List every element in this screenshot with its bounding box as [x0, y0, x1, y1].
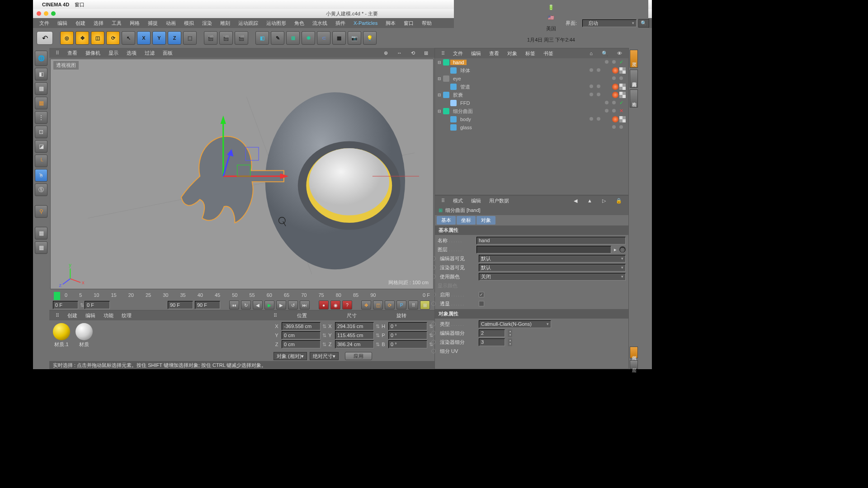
record-button[interactable]: ● — [319, 300, 329, 310]
frame-current-field[interactable]: 0 F — [85, 301, 110, 309]
om-edit[interactable]: 编辑 — [467, 49, 485, 58]
menu-select[interactable]: 选择 — [90, 19, 107, 28]
am-edit[interactable]: 编辑 — [467, 197, 485, 205]
layer-target-icon[interactable]: ◎ — [619, 246, 626, 253]
pen-button[interactable]: ✎ — [271, 31, 284, 45]
vis-toggle2[interactable] — [612, 59, 618, 66]
scale-button[interactable]: ◫ — [91, 31, 104, 45]
vp-options[interactable]: 选项 — [123, 49, 140, 57]
axis-x-button[interactable]: X — [137, 31, 151, 45]
tex-tag[interactable] — [619, 67, 626, 74]
array-button[interactable]: ❋ — [302, 31, 315, 45]
menu-window[interactable]: 窗口 — [75, 1, 85, 8]
tree-row[interactable]: ⊟eye — [435, 75, 628, 83]
perspective-viewport[interactable]: 透视视图 — [50, 59, 434, 289]
vis-toggle2[interactable] — [619, 124, 626, 131]
vis-toggle2[interactable] — [597, 67, 603, 74]
key-rot-button[interactable]: ⟳ — [385, 300, 395, 310]
planar-wp-button[interactable]: ▦ — [35, 227, 47, 239]
expand-icon[interactable]: ⊟ — [437, 76, 442, 81]
rot-H-field[interactable]: 0 ° — [388, 322, 427, 330]
menu-script[interactable]: 脚本 — [382, 19, 399, 28]
pos-Y-field[interactable]: 0 cm — [282, 331, 321, 339]
object-name[interactable]: 细分曲面 — [450, 108, 476, 115]
material-item[interactable]: 材质.1 — [52, 323, 71, 348]
menu-character[interactable]: 角色 — [291, 19, 308, 28]
bend-button[interactable]: ⊂ — [317, 31, 330, 45]
light-button[interactable]: 💡 — [363, 31, 377, 45]
coord-size-select[interactable]: 绝对尺寸 ▾ — [310, 352, 339, 360]
axis-mode-button[interactable]: └ — [35, 155, 47, 167]
tex-tag[interactable] — [619, 92, 626, 98]
tree-row[interactable]: ⊟胶囊 — [435, 91, 628, 99]
menu-mesh[interactable]: 网格 — [126, 19, 143, 28]
size-X-field[interactable]: 294.316 cm — [335, 322, 374, 330]
timeline-playhead[interactable] — [54, 292, 60, 300]
tree-row[interactable]: ⊟hand✓ — [435, 58, 628, 66]
phong-tag[interactable] — [612, 67, 618, 74]
menu-window-main[interactable]: 窗口 — [400, 19, 417, 28]
vis-toggle2[interactable] — [597, 92, 603, 98]
close-window-button[interactable] — [37, 11, 41, 16]
name-field[interactable]: hand — [476, 237, 626, 244]
material-item[interactable]: 材质 — [75, 323, 94, 348]
phong-tag[interactable] — [612, 84, 618, 90]
vis-toggle2[interactable] — [597, 116, 603, 122]
key-all-button[interactable]: ⊞ — [420, 300, 430, 310]
strip-tab-3[interactable]: 构造 — [630, 89, 638, 108]
menu-simulate[interactable]: 模拟 — [180, 19, 198, 28]
expand-icon[interactable]: ⊟ — [437, 109, 442, 113]
am-userdata[interactable]: 用户数据 — [486, 197, 513, 205]
render-pv-button[interactable]: 🎬 — [219, 31, 233, 45]
vis-toggle[interactable] — [590, 67, 596, 74]
subdiv-button[interactable]: ⊞ — [286, 31, 300, 45]
om-view[interactable]: 查看 — [486, 49, 503, 58]
axis-z-button[interactable]: Z — [168, 31, 181, 45]
size-Y-field[interactable]: 115.455 cm — [335, 331, 374, 339]
am-mode[interactable]: 模式 — [449, 197, 467, 205]
object-name[interactable]: body — [458, 117, 474, 122]
object-name[interactable]: hand — [450, 60, 467, 65]
grip-icon[interactable]: ⠿ — [52, 312, 63, 319]
render-subdiv-field[interactable]: 3 — [479, 338, 505, 346]
render-view-button[interactable]: 🎬 — [204, 31, 217, 45]
menu-edit[interactable]: 编辑 — [54, 19, 71, 28]
coord-sys-button[interactable]: ⬚ — [183, 31, 197, 45]
type-select[interactable]: Catmull-Clark(N-Gons) — [479, 320, 551, 328]
rot-B-field[interactable]: 0 ° — [388, 340, 427, 348]
size-Z-field[interactable]: 386.24 cm — [335, 340, 374, 348]
minimize-window-button[interactable] — [44, 11, 48, 16]
make-editable-button[interactable]: 🌐 — [35, 51, 47, 66]
enable-checkbox[interactable]: ✓ — [479, 292, 484, 297]
vis-toggle[interactable] — [605, 108, 611, 114]
menu-xparticles[interactable]: X-Particles — [350, 19, 381, 27]
render-vis-select[interactable]: 默认 — [479, 264, 626, 272]
tab-object[interactable]: 对象 — [476, 216, 495, 225]
mat-edit[interactable]: 编辑 — [82, 311, 99, 320]
workplane-button[interactable]: ▦ — [35, 97, 47, 109]
object-name[interactable]: 管道 — [458, 84, 473, 90]
om-file[interactable]: 文件 — [449, 49, 467, 58]
enable-check[interactable]: ✓ — [619, 100, 626, 106]
vp-panel[interactable]: 面板 — [159, 49, 176, 57]
tree-row[interactable]: body — [435, 115, 628, 123]
edges-mode-button[interactable]: ⊡ — [35, 126, 47, 138]
vp-view[interactable]: 查看 — [64, 49, 81, 57]
vis-toggle[interactable] — [590, 84, 596, 90]
editor-subdiv-field[interactable]: 2 — [479, 329, 505, 337]
grip-icon[interactable]: ⠿ — [52, 49, 63, 57]
vis-toggle2[interactable] — [597, 84, 603, 90]
play-button[interactable]: ▶ — [264, 300, 274, 310]
floor-button[interactable]: ▦ — [332, 31, 346, 45]
menu-animate[interactable]: 动画 — [162, 19, 179, 28]
apply-button[interactable]: 应用 — [345, 352, 372, 360]
vis-toggle[interactable] — [605, 100, 611, 106]
up-icon[interactable]: ▲ — [584, 197, 596, 205]
next-icon[interactable]: ▷ — [599, 197, 609, 205]
expand-icon[interactable]: ⊟ — [437, 60, 442, 65]
xray-checkbox[interactable] — [479, 301, 484, 306]
strip-tab-1[interactable]: 层次 — [630, 50, 638, 68]
strip-tab-4[interactable]: 属性 — [630, 347, 638, 358]
axis-y-button[interactable]: Y — [152, 31, 166, 45]
use-color-select[interactable]: 关闭 — [479, 273, 626, 281]
